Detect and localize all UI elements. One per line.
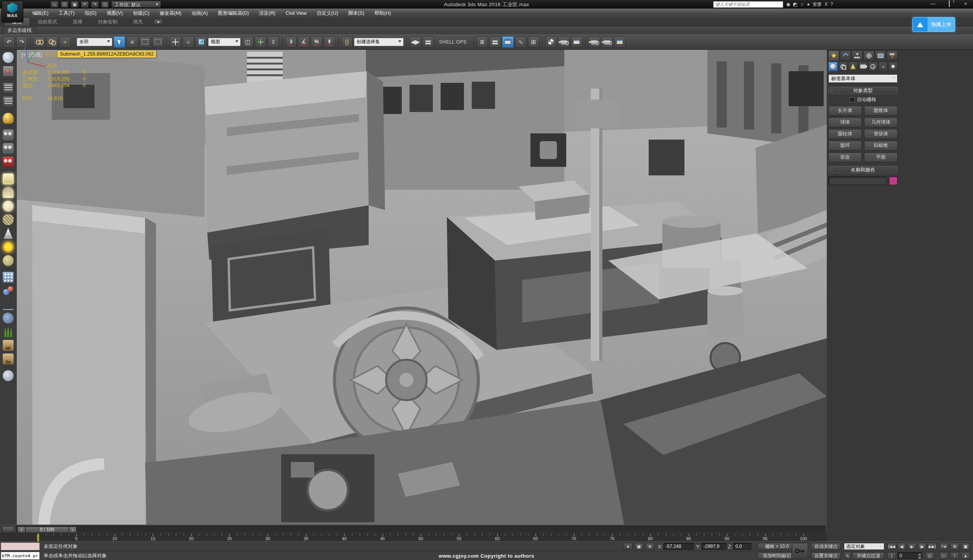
application-menu-button[interactable]: MAX (2, 1, 23, 23)
align-button[interactable] (422, 36, 434, 48)
next-frame-playback-button[interactable]: |▶ (918, 543, 926, 550)
workspace-dropdown[interactable]: 工作区: 默认 (111, 1, 161, 8)
ribbon-tab-freeform[interactable]: 自由形式 (30, 18, 65, 26)
reference-coordsys-dropdown[interactable]: 视图 (208, 38, 241, 46)
x-coord-field[interactable]: -57.248 (663, 543, 694, 550)
ribbon-toggle-button[interactable] (502, 36, 514, 48)
rollout-object-type[interactable]: - 对象类型 (828, 87, 898, 94)
select-object-button[interactable] (114, 36, 125, 48)
mini-curve-editor-button[interactable] (2, 526, 14, 532)
ribbon-tab-selection[interactable]: 选择 (65, 18, 90, 26)
time-slider-handle[interactable]: < 0 / 100 > (18, 527, 77, 533)
key-mode-toggle-button[interactable]: |◀▶| (887, 552, 896, 559)
save-file-button[interactable]: ▣ (71, 1, 79, 8)
menu-item-scripting[interactable]: 脚本(S) (343, 9, 369, 18)
rectangular-selection-region-button[interactable] (139, 36, 151, 48)
object-color-swatch[interactable] (889, 177, 898, 185)
new-scene-button[interactable]: ▭ (51, 1, 58, 8)
set-key-button[interactable]: 设置关键点 (811, 552, 841, 559)
maxscript-mini-recorder[interactable] (1, 542, 40, 550)
category-helpers[interactable] (868, 62, 878, 71)
current-frame-marker[interactable] (37, 534, 39, 542)
project-folder-button[interactable]: ◫ (101, 1, 109, 8)
spinner-snap-toggle-button[interactable]: ⇕ (324, 36, 335, 48)
track-bar[interactable]: 0510152025303540455055606570758085909510… (0, 533, 827, 541)
rendered-frame-window-button[interactable] (571, 36, 583, 48)
select-and-link-button[interactable] (33, 36, 45, 48)
add-keys-icon[interactable]: +● (940, 543, 948, 550)
unlink-selection-button[interactable] (46, 36, 58, 48)
drag-upload-button[interactable]: 拖拽上传 (912, 17, 955, 32)
primitive-type-dropdown[interactable]: 标准基本体 (828, 74, 898, 83)
cone-button[interactable]: 圆锥体 (864, 106, 898, 116)
use-pivot-center-button[interactable]: ◫ (242, 36, 254, 48)
curve-editor-button[interactable]: ∿ (515, 36, 527, 48)
autogrid-checkbox[interactable] (850, 97, 855, 102)
cylinder-button[interactable]: 圆柱体 (828, 129, 862, 139)
redo-scene-button[interactable]: ↷ (91, 1, 99, 8)
favorites-star-icon[interactable]: ☆ (800, 2, 804, 7)
previous-frame-button[interactable]: < (18, 527, 25, 533)
scene-explorer-button[interactable]: ≣ (476, 36, 488, 48)
close-button[interactable]: × (961, 0, 971, 8)
schematic-view-button[interactable]: ⊞ (528, 36, 539, 48)
category-systems[interactable] (888, 62, 898, 71)
menu-item-modifiers[interactable]: 修改器(M) (154, 9, 186, 18)
sphere-light-icon[interactable] (3, 201, 14, 212)
restore-button[interactable] (944, 0, 954, 8)
new-key-curve-icon[interactable]: ∿ (844, 552, 851, 559)
cone-light-icon[interactable] (3, 228, 14, 239)
light-lister-icon[interactable] (3, 82, 14, 93)
set-keys-button[interactable] (792, 543, 808, 559)
geosphere-button[interactable]: 几何球体 (864, 117, 898, 127)
next-frame-button[interactable]: > (69, 527, 77, 533)
current-frame-field[interactable]: 0 (898, 552, 922, 559)
go-to-end-button[interactable]: ▶▶| (928, 543, 936, 550)
fur-ox-icon[interactable]: Ox (3, 354, 14, 364)
mute-animation-icon[interactable]: ! (950, 552, 959, 559)
rendered-frame-icon[interactable] (3, 66, 14, 77)
exchange-apps-icon[interactable]: X (824, 2, 828, 7)
undo-button[interactable]: ↶ (3, 36, 15, 48)
object-array-icon[interactable] (3, 272, 14, 283)
select-and-rotate-button[interactable]: ○ (182, 36, 194, 48)
ribbon-panel-polygon-modeling[interactable]: 多边形建模 (2, 26, 37, 35)
ribbon-tab-object-paint[interactable]: 对象绘制 (90, 18, 125, 26)
two-spheres-icon[interactable] (3, 285, 14, 296)
object-name-field[interactable] (828, 177, 887, 185)
grass-icon[interactable] (3, 326, 14, 337)
red-camera-icon[interactable] (3, 157, 14, 168)
gray-sphere-icon[interactable] (3, 370, 14, 381)
sign-in-button[interactable]: 登录 (812, 1, 822, 8)
edit-named-selection-sets-button[interactable]: {} (341, 36, 353, 48)
camera-head-icon[interactable] (3, 143, 14, 154)
tab-modify[interactable] (840, 51, 851, 61)
select-and-manipulate-button[interactable] (255, 36, 266, 48)
tab-hierarchy[interactable] (852, 51, 863, 61)
shell-ops-button[interactable]: SHELL OPS (435, 39, 471, 45)
snap-toggle-3d-button[interactable]: 3 (285, 36, 297, 48)
rollout-name-color[interactable]: - 名称和颜色 (828, 166, 898, 173)
category-lights[interactable] (848, 62, 858, 71)
category-cameras[interactable] (858, 62, 868, 71)
bind-to-space-warp-button[interactable]: ≈ (59, 36, 71, 48)
maxscript-mini-listener[interactable]: bTM.count=4 pr (1, 552, 40, 560)
play-animation-button[interactable]: ▶ (908, 543, 916, 550)
light-keyboard-icon[interactable] (3, 113, 14, 124)
isolate-selection-icon[interactable]: ▣ (961, 543, 970, 550)
frame-spinner[interactable] (918, 553, 922, 559)
tab-display[interactable] (875, 51, 886, 61)
cursor-tool-icon[interactable]: ▲ (961, 552, 970, 559)
layer-explorer-button[interactable] (489, 36, 501, 48)
pyramid-button[interactable]: 四棱锥 (864, 141, 898, 150)
ribbon-tab-populate[interactable]: 填充 (125, 18, 150, 26)
key-filters-button[interactable]: 关键点过滤器... (852, 552, 884, 559)
menu-item-rendering[interactable]: 渲染(R) (254, 9, 280, 18)
select-by-name-button[interactable]: ≡ (126, 36, 138, 48)
help-icon[interactable]: ? (830, 2, 833, 7)
render-teapot-icon[interactable] (3, 52, 14, 63)
z-coord-field[interactable]: 0.0 (733, 543, 751, 550)
menu-item-views[interactable]: 视图(V) (102, 9, 128, 18)
tab-motion[interactable] (863, 51, 874, 61)
minimize-button[interactable]: — (928, 0, 938, 8)
